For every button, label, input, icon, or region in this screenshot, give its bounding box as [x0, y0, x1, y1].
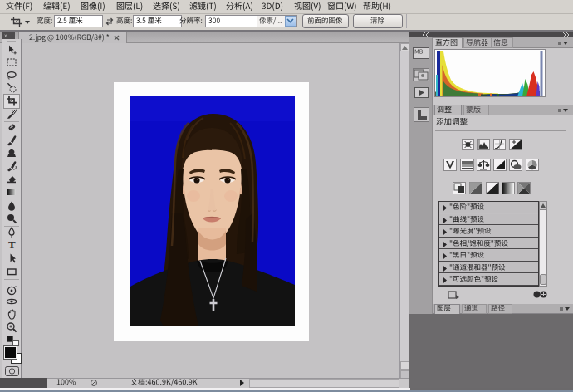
- svg-text:T: T: [8, 239, 16, 251]
